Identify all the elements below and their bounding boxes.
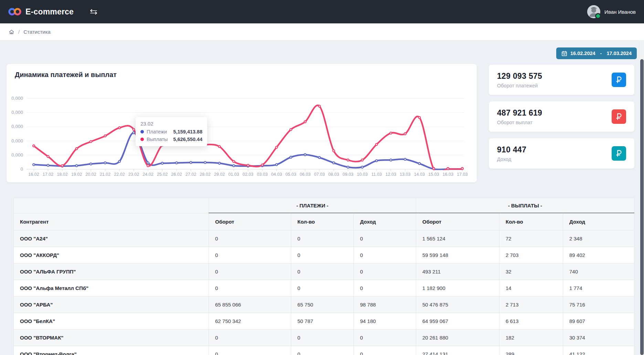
table-cell: 0 <box>209 346 291 355</box>
home-icon[interactable] <box>9 29 14 35</box>
tooltip-series-value: 5,626,550.44 <box>173 137 202 142</box>
table-group-header-row: - ПЛАТЕЖИ - - ВЫПЛАТЫ - <box>14 198 634 213</box>
stat-label: Оборот выплат <box>497 120 542 125</box>
table-cell: 30 374 <box>563 330 634 346</box>
page-content: 31 16.02.2024 - 17.03.2024 Динамика плат… <box>0 40 644 355</box>
x-axis-label: 05.03 <box>283 172 298 177</box>
x-axis-label: 19.02 <box>69 172 84 177</box>
online-status-dot <box>595 13 601 19</box>
user-menu[interactable]: Иван Иванов <box>587 5 636 18</box>
x-axis-label: 01.03 <box>226 172 241 177</box>
x-axis-label: 23.02 <box>126 172 141 177</box>
table-cell: 182 <box>499 330 563 346</box>
calendar-icon: 31 <box>561 51 567 56</box>
x-axis-label: 06.03 <box>298 172 313 177</box>
table-cell: 94 180 <box>354 313 416 330</box>
table-cell: 2 348 <box>563 230 634 247</box>
payments-chart: Динамика платежей и выплат 0,0000,0000,0… <box>7 64 477 182</box>
ruble-icon <box>612 109 626 124</box>
counterparty-name: ООО "АРБА" <box>14 297 209 313</box>
breadcrumb-separator: / <box>18 29 20 35</box>
svg-text:31: 31 <box>563 53 566 55</box>
table-row: ООО "БелКА"62 750 34250 78794 18064 959 … <box>14 313 634 330</box>
avatar <box>587 5 600 18</box>
tooltip-date: 23.02 <box>140 121 202 127</box>
x-axis-label: 26.02 <box>169 172 184 177</box>
table-row: ООО "АЛЬФА ГРУПП"000493 21132740 <box>14 263 634 280</box>
y-axis-label: 0,000 <box>7 124 23 129</box>
table-cell: 1 565 124 <box>416 230 499 247</box>
table-cell: 0 <box>354 346 416 355</box>
breadcrumb-current[interactable]: Статистика <box>23 29 51 35</box>
tooltip-series-label: Выплаты <box>147 137 168 142</box>
table-cell: 65 750 <box>291 297 354 313</box>
group-header-payouts: - ВЫПЛАТЫ - <box>416 198 634 213</box>
chart-tooltip: 23.02 Платежи 5,159,413.88 Выплаты 5,626… <box>136 117 207 146</box>
table-cell: 740 <box>563 263 634 280</box>
x-axis-label: 27.02 <box>183 172 199 177</box>
table-cell: 0 <box>209 263 291 280</box>
table-cell: 0 <box>354 247 416 263</box>
scrollbar-thumb[interactable] <box>640 59 644 355</box>
counterparty-name: ООО "Втормет-Волга" <box>14 346 209 355</box>
user-name: Иван Иванов <box>604 9 636 15</box>
x-axis-label: 21.02 <box>98 172 113 177</box>
date-range-start: 16.02.2024 <box>570 51 595 56</box>
stat-label: Доход <box>497 157 526 162</box>
x-axis-label: 04.03 <box>269 172 284 177</box>
table-cell: 0 <box>209 247 291 263</box>
swap-arrows-icon[interactable] <box>89 9 98 15</box>
counterparty-name: ООО "АЛЬФА ГРУПП" <box>14 263 209 280</box>
counterparty-name: ООО "А24" <box>14 230 209 247</box>
infinity-logo-icon <box>8 7 21 16</box>
table-cell: 0 <box>291 280 354 297</box>
table-cell: 0 <box>291 230 354 247</box>
stat-text: 487 921 619 Оборот выплат <box>497 108 542 125</box>
table-cell: 0 <box>354 280 416 297</box>
ruble-icon <box>612 146 626 161</box>
x-axis-label: 16.03 <box>441 172 456 177</box>
table-cell: 72 <box>499 230 563 247</box>
date-range-end: 17.03.2024 <box>606 51 632 56</box>
x-axis-label: 10.03 <box>355 172 370 177</box>
table-cell: 89 607 <box>563 313 634 330</box>
table-cell: 0 <box>291 263 354 280</box>
table-cell: 0 <box>354 230 416 247</box>
line-chart-svg <box>7 64 477 182</box>
counterparties-table-wrap: - ПЛАТЕЖИ - - ВЫПЛАТЫ - КонтрагентОборот… <box>13 198 634 355</box>
counterparty-name: ООО "ВТОРМАК" <box>14 330 209 346</box>
y-axis-label: 0,000 <box>7 96 23 101</box>
counterparty-name: ООО "БелКА" <box>14 313 209 330</box>
date-range-button[interactable]: 31 16.02.2024 - 17.03.2024 <box>556 47 637 59</box>
column-header: Кол-во <box>499 213 563 230</box>
stat-value: 129 093 575 <box>497 72 542 81</box>
x-axis-label: 28.02 <box>198 172 213 177</box>
tooltip-series-label: Платежи <box>147 129 167 135</box>
table-row: ООО "Альфа Металл СПб"0001 182 900141 77… <box>14 280 634 297</box>
x-axis-label: 25.02 <box>155 172 170 177</box>
table-cell: 89 402 <box>563 247 634 263</box>
column-header: Доход <box>563 213 634 230</box>
table-cell: 0 <box>209 280 291 297</box>
table-cell: 6 613 <box>499 313 563 330</box>
table-cell: 65 855 066 <box>209 297 291 313</box>
table-cell: 2 703 <box>499 247 563 263</box>
table-cell: 27 414 131 <box>416 346 499 355</box>
y-axis-label: 0,000 <box>7 138 23 143</box>
table-cell: 98 788 <box>354 297 416 313</box>
app-title: E-commerce <box>25 7 74 17</box>
stat-card: 487 921 619 Оборот выплат <box>489 101 634 132</box>
x-axis-label: 08.03 <box>326 172 341 177</box>
x-axis-label: 22.02 <box>112 172 127 177</box>
group-header-payments: - ПЛАТЕЖИ - <box>209 198 416 213</box>
x-axis-label: 07.03 <box>312 172 327 177</box>
column-header: Доход <box>354 213 416 230</box>
table-row: ООО "АККОРД"00059 599 1482 70389 402 <box>14 247 634 263</box>
scrollbar-track[interactable] <box>640 40 644 355</box>
x-axis-label: 14.03 <box>412 172 427 177</box>
stat-label: Оборот платежей <box>497 83 542 88</box>
table-cell: 0 <box>209 230 291 247</box>
ruble-icon <box>612 73 626 87</box>
table-corner-cell <box>14 198 209 213</box>
table-cell: 32 <box>499 263 563 280</box>
